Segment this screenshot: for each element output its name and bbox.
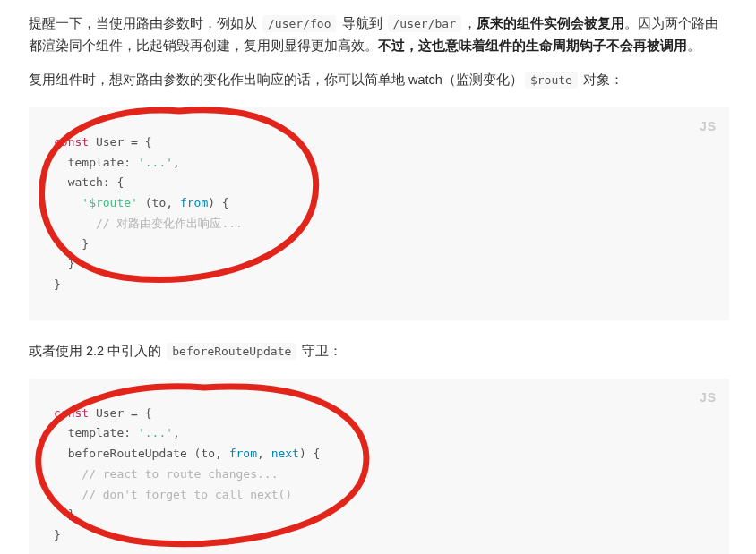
code-pre: const User = { template: '...', beforeRo… bbox=[29, 379, 729, 554]
code-token: template: bbox=[54, 156, 138, 169]
code-token: } bbox=[54, 277, 61, 291]
code-token: next bbox=[271, 447, 299, 460]
code-token: '$route' bbox=[82, 196, 138, 209]
text: 。 bbox=[687, 38, 700, 53]
code-token: from bbox=[180, 196, 208, 209]
code-token: } bbox=[54, 257, 74, 270]
code-token: '...' bbox=[138, 156, 173, 169]
text: 或者使用 2.2 中引入的 bbox=[29, 344, 165, 358]
code-block-watch: JS const User = { template: '...', watch… bbox=[29, 107, 729, 320]
intro-paragraph-1: 提醒一下，当使用路由参数时，例如从 /user/foo 导航到 /user/ba… bbox=[29, 13, 729, 56]
code-token bbox=[54, 196, 82, 209]
inline-code-user-bar: /user/bar bbox=[388, 15, 461, 32]
code-token: } bbox=[54, 237, 89, 251]
code-block-guard: JS const User = { template: '...', befor… bbox=[29, 379, 729, 554]
text: 对象： bbox=[580, 72, 623, 87]
code-token: '...' bbox=[138, 426, 173, 439]
code-token: (to, bbox=[138, 196, 180, 209]
lang-tag: JS bbox=[700, 388, 717, 409]
code-token: ) { bbox=[299, 447, 320, 460]
text: 提醒一下，当使用路由参数时，例如从 bbox=[29, 16, 261, 30]
code-token: User = { bbox=[89, 135, 151, 149]
code-token: const bbox=[54, 406, 89, 420]
inline-code-route: $route bbox=[525, 72, 578, 89]
lang-tag: JS bbox=[700, 116, 717, 138]
text: 导航到 bbox=[338, 16, 385, 30]
code-token: // don't forget to call next() bbox=[54, 488, 292, 501]
code-token: } bbox=[54, 507, 74, 521]
code-token: , bbox=[173, 156, 180, 169]
text: ， bbox=[463, 16, 477, 30]
intro-paragraph-2: 复用组件时，想对路由参数的变化作出响应的话，你可以简单地 watch（监测变化）… bbox=[29, 69, 729, 91]
intro-paragraph-3: 或者使用 2.2 中引入的 beforeRouteUpdate 守卫： bbox=[29, 340, 729, 362]
text: 守卫： bbox=[298, 344, 342, 358]
text: 复用组件时，想对路由参数的变化作出响应的话，你可以简单地 watch（监测变化） bbox=[29, 72, 523, 87]
code-token: beforeRouteUpdate (to, bbox=[54, 447, 229, 460]
code-token: const bbox=[54, 135, 89, 149]
code-token: // 对路由变化作出响应... bbox=[54, 217, 243, 230]
code-token: template: bbox=[54, 426, 138, 439]
code-token: ) { bbox=[208, 196, 228, 209]
bold-reuse: 原来的组件实例会被复用 bbox=[477, 16, 624, 30]
code-pre: const User = { template: '...', watch: {… bbox=[29, 107, 729, 320]
code-token: from bbox=[229, 447, 257, 460]
code-token: watch: { bbox=[54, 175, 124, 189]
code-token: User = { bbox=[89, 406, 151, 420]
code-token: , bbox=[173, 426, 180, 439]
inline-code-user-foo: /user/foo bbox=[262, 15, 336, 32]
bold-lifecycle: 不过，这也意味着组件的生命周期钩子不会再被调用 bbox=[378, 38, 687, 53]
code-token: , bbox=[257, 447, 271, 460]
code-token: // react to route changes... bbox=[54, 467, 278, 481]
inline-code-beforeRouteUpdate: beforeRouteUpdate bbox=[167, 343, 296, 360]
code-token: } bbox=[54, 528, 61, 541]
